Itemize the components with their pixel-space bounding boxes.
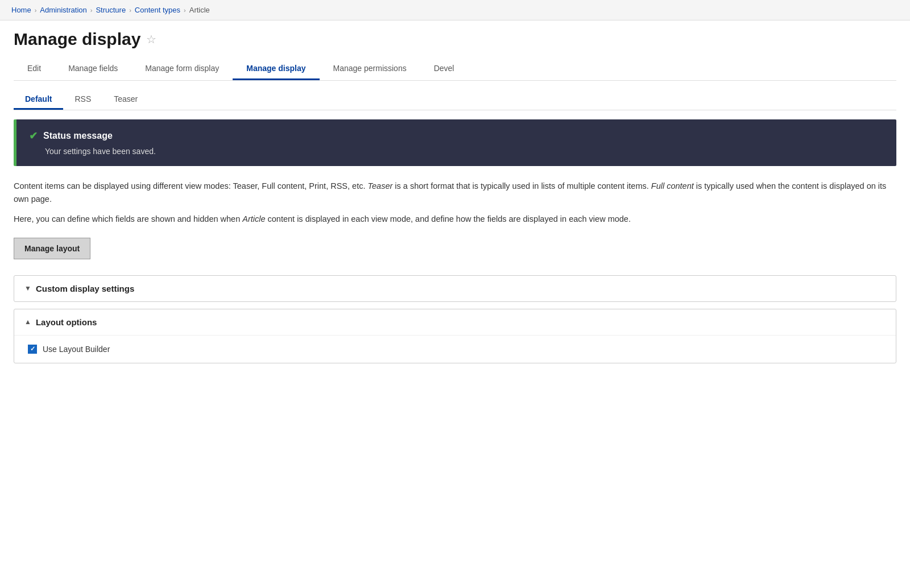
custom-display-chevron-icon: ▼ <box>24 284 31 292</box>
manage-layout-button[interactable]: Manage layout <box>14 238 90 259</box>
sub-tab-teaser[interactable]: Teaser <box>102 90 149 110</box>
tab-manage-display[interactable]: Manage display <box>233 58 319 80</box>
layout-options-chevron-icon: ▲ <box>24 318 31 326</box>
breadcrumb-administration[interactable]: Administration <box>40 6 86 14</box>
sub-tab-default[interactable]: Default <box>14 90 63 110</box>
tab-manage-fields[interactable]: Manage fields <box>55 58 131 80</box>
breadcrumb-home[interactable]: Home <box>11 6 31 14</box>
check-icon: ✔ <box>29 130 38 142</box>
status-message-header: ✔ Status message <box>29 130 884 142</box>
favorite-star-icon[interactable]: ☆ <box>146 32 156 46</box>
tab-devel[interactable]: Devel <box>420 58 468 80</box>
breadcrumb-sep-1: › <box>35 7 37 14</box>
description-paragraph-1: Content items can be displayed using dif… <box>14 180 896 206</box>
breadcrumb-sep-3: › <box>129 7 131 14</box>
sub-tabs-nav: Default RSS Teaser <box>14 90 896 110</box>
tab-manage-permissions[interactable]: Manage permissions <box>320 58 420 80</box>
status-message-title: Status message <box>43 131 113 141</box>
layout-options-section: ▲ Layout options Use Layout Builder <box>14 309 896 363</box>
description-block: Content items can be displayed using dif… <box>14 180 896 226</box>
use-layout-builder-row: Use Layout Builder <box>28 345 882 354</box>
tab-manage-form-display[interactable]: Manage form display <box>131 58 233 80</box>
custom-display-settings-header[interactable]: ▼ Custom display settings <box>14 276 896 301</box>
breadcrumb-sep-4: › <box>184 7 186 14</box>
breadcrumb-article: Article <box>189 6 210 14</box>
page-wrapper: Home › Administration › Structure › Cont… <box>0 0 910 588</box>
sub-tab-rss[interactable]: RSS <box>63 90 102 110</box>
layout-options-header[interactable]: ▲ Layout options <box>14 309 896 335</box>
custom-display-settings-section: ▼ Custom display settings <box>14 275 896 302</box>
breadcrumb: Home › Administration › Structure › Cont… <box>11 6 899 14</box>
main-tabs-nav: Edit Manage fields Manage form display M… <box>14 58 896 81</box>
layout-options-label: Layout options <box>36 317 97 327</box>
main-content: Manage display ☆ Edit Manage fields Mana… <box>0 20 910 379</box>
page-title: Manage display <box>14 30 140 49</box>
status-message-text: Your settings have been saved. <box>45 147 884 156</box>
layout-options-body: Use Layout Builder <box>14 335 896 363</box>
breadcrumb-structure[interactable]: Structure <box>96 6 126 14</box>
use-layout-builder-label: Use Layout Builder <box>43 345 110 354</box>
page-title-row: Manage display ☆ <box>14 30 896 49</box>
tab-edit[interactable]: Edit <box>14 58 55 80</box>
use-layout-builder-checkbox[interactable] <box>28 345 37 354</box>
status-message-box: ✔ Status message Your settings have been… <box>14 119 896 166</box>
description-paragraph-2: Here, you can define which fields are sh… <box>14 213 896 226</box>
top-bar: Home › Administration › Structure › Cont… <box>0 0 910 20</box>
breadcrumb-content-types[interactable]: Content types <box>135 6 180 14</box>
breadcrumb-sep-2: › <box>90 7 93 14</box>
custom-display-settings-label: Custom display settings <box>36 284 134 293</box>
